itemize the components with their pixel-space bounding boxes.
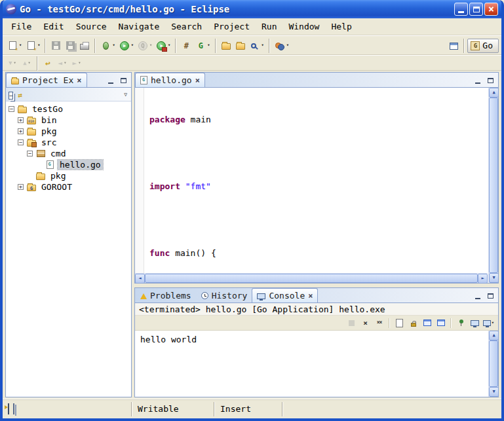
terminate-button[interactable] bbox=[346, 318, 357, 329]
go-perspective-button[interactable]: G Go bbox=[467, 39, 499, 53]
remove-all-launches-button[interactable]: ×× bbox=[374, 318, 385, 329]
tree-item-src[interactable]: src bbox=[6, 137, 131, 148]
tree-item-testGo[interactable]: testGo bbox=[6, 103, 131, 115]
scroll-down-icon[interactable]: ▼ bbox=[489, 387, 499, 397]
show-on-stderr-button[interactable] bbox=[435, 318, 446, 329]
scroll-left-icon[interactable]: ◄ bbox=[135, 274, 145, 284]
minimize-view-button[interactable] bbox=[473, 291, 483, 301]
scroll-thumb[interactable] bbox=[145, 274, 478, 283]
search-button[interactable]: ▾ bbox=[248, 38, 266, 54]
new-file-button[interactable]: ▾ bbox=[24, 38, 42, 54]
dropdown-icon[interactable]: ▾ bbox=[262, 43, 264, 48]
tab-hello-go[interactable]: hello.go × bbox=[135, 73, 205, 87]
dropdown-icon[interactable]: ▾ bbox=[28, 61, 31, 65]
open-console-dropdown-button[interactable]: ▾ bbox=[483, 318, 494, 329]
maximize-view-button[interactable] bbox=[485, 291, 495, 301]
collapse-expander-icon[interactable] bbox=[27, 151, 33, 156]
export-button[interactable] bbox=[233, 38, 248, 54]
tree-item-src-pkg[interactable]: pkg bbox=[6, 170, 131, 181]
display-console-button[interactable] bbox=[469, 318, 480, 329]
scroll-up-icon[interactable]: ▲ bbox=[489, 331, 499, 340]
tab-console[interactable]: Console × bbox=[252, 288, 318, 302]
console-output-text[interactable]: hello world bbox=[135, 331, 488, 397]
dropdown-icon[interactable]: ▾ bbox=[168, 43, 170, 48]
menu-project[interactable]: Project bbox=[208, 20, 256, 33]
scroll-thumb[interactable] bbox=[489, 340, 498, 387]
close-icon[interactable]: × bbox=[195, 76, 201, 85]
pin-console-button[interactable] bbox=[456, 318, 467, 329]
show-on-stdout-button[interactable] bbox=[421, 318, 433, 329]
back-button[interactable]: ◄▾ bbox=[55, 57, 69, 70]
new-go-file-button[interactable]: G▾ bbox=[193, 38, 212, 54]
external-tools-button[interactable]: ▾ bbox=[154, 38, 172, 54]
menu-source[interactable]: Source bbox=[70, 20, 113, 33]
dropdown-icon[interactable]: ▾ bbox=[112, 43, 115, 48]
save-all-button[interactable] bbox=[63, 38, 77, 54]
scroll-track[interactable] bbox=[145, 274, 478, 283]
clear-console-button[interactable] bbox=[394, 318, 405, 329]
menu-help[interactable]: Help bbox=[325, 20, 357, 33]
profile-button[interactable]: Q▾ bbox=[136, 38, 154, 54]
view-menu-button[interactable]: ▽ bbox=[124, 92, 128, 98]
tree-item-pkg[interactable]: pkg bbox=[6, 126, 131, 137]
next-annotation-button[interactable]: ▼▾ bbox=[5, 57, 20, 70]
dropdown-icon[interactable]: ▾ bbox=[64, 61, 66, 65]
dropdown-icon[interactable]: ▾ bbox=[14, 61, 16, 65]
dropdown-icon[interactable]: ▾ bbox=[19, 43, 22, 48]
dropdown-icon[interactable]: ▾ bbox=[149, 43, 152, 48]
scroll-lock-button[interactable] bbox=[408, 318, 419, 329]
run-button[interactable]: ▾ bbox=[117, 38, 136, 54]
tree-item-bin[interactable]: bin bbox=[6, 115, 131, 126]
close-icon[interactable]: × bbox=[307, 291, 313, 301]
previous-annotation-button[interactable]: ▲▾ bbox=[20, 57, 34, 70]
collapse-all-button[interactable]: − bbox=[9, 90, 15, 100]
menu-window[interactable]: Window bbox=[282, 20, 325, 33]
progress-view-button[interactable] bbox=[13, 404, 14, 414]
menu-navigate[interactable]: Navigate bbox=[113, 20, 166, 33]
remove-launch-button[interactable]: × bbox=[360, 318, 371, 329]
scroll-right-icon[interactable]: ► bbox=[478, 274, 488, 284]
editor-vertical-scrollbar[interactable]: ▲ ▼ bbox=[488, 88, 498, 283]
new-wizard-button[interactable]: ▾ bbox=[5, 38, 24, 54]
collapse-expander-icon[interactable] bbox=[18, 139, 24, 145]
menu-edit[interactable]: Edit bbox=[37, 20, 69, 33]
menu-file[interactable]: File bbox=[5, 20, 37, 33]
print-button[interactable] bbox=[77, 38, 92, 54]
close-button[interactable]: × bbox=[484, 3, 498, 16]
maximize-view-button[interactable] bbox=[485, 76, 495, 85]
scroll-track[interactable] bbox=[489, 340, 498, 387]
forward-button[interactable]: ►▾ bbox=[69, 57, 84, 70]
last-edit-location-button[interactable]: ↩ bbox=[41, 57, 55, 70]
scroll-down-icon[interactable]: ▼ bbox=[489, 273, 499, 283]
tab-history[interactable]: History bbox=[196, 288, 252, 302]
link-with-editor-button[interactable]: ⇄ bbox=[18, 90, 22, 100]
scroll-thumb[interactable] bbox=[489, 98, 498, 273]
save-button[interactable] bbox=[48, 38, 63, 54]
code-area[interactable]: package main import "fmt" func main() { … bbox=[144, 88, 488, 283]
minimize-view-button[interactable] bbox=[473, 76, 483, 85]
menu-run[interactable]: Run bbox=[256, 20, 282, 33]
tab-project-explorer[interactable]: Project Ex × bbox=[6, 73, 87, 87]
fast-view-button[interactable] bbox=[8, 404, 9, 414]
tree-item-cmd[interactable]: cmd bbox=[6, 148, 131, 159]
team-sync-button[interactable]: ▾ bbox=[273, 38, 291, 54]
scroll-up-icon[interactable]: ▲ bbox=[489, 88, 499, 98]
dropdown-icon[interactable]: ▾ bbox=[37, 43, 40, 48]
tree-item-GOROOT[interactable]: GOROOT bbox=[6, 181, 131, 192]
close-icon[interactable]: × bbox=[76, 76, 82, 85]
dropdown-icon[interactable]: ▾ bbox=[286, 43, 289, 48]
minimize-view-button[interactable] bbox=[106, 76, 116, 85]
maximize-view-button[interactable] bbox=[118, 76, 128, 85]
titlebar[interactable]: Go - testGo/src/cmd/hello.go - Eclipse × bbox=[3, 0, 501, 18]
editor-horizontal-scrollbar[interactable]: ◄ ► bbox=[135, 273, 488, 283]
debug-button[interactable]: ▾ bbox=[98, 38, 117, 54]
scroll-track[interactable] bbox=[489, 98, 498, 273]
import-button[interactable] bbox=[219, 38, 233, 54]
menu-search[interactable]: Search bbox=[165, 20, 208, 33]
dropdown-icon[interactable]: ▾ bbox=[207, 43, 210, 48]
dropdown-icon[interactable]: ▾ bbox=[131, 43, 134, 48]
expand-expander-icon[interactable] bbox=[18, 128, 24, 134]
collapse-expander-icon[interactable] bbox=[9, 106, 14, 112]
dropdown-icon[interactable]: ▾ bbox=[78, 61, 81, 65]
console-vertical-scrollbar[interactable]: ▲ ▼ bbox=[488, 331, 498, 397]
